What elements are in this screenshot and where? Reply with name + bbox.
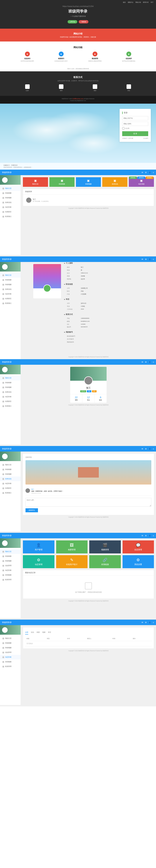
sidebar-item[interactable]: 联系管理 bbox=[0, 578, 21, 582]
sidebar-item[interactable]: 发表说说 bbox=[0, 390, 21, 395]
top-icon[interactable]: ⎋ bbox=[153, 535, 154, 536]
quick-button[interactable]: 发表动态 bbox=[129, 177, 137, 179]
action-badge[interactable]: 资料 bbox=[92, 390, 96, 392]
sidebar-item[interactable]: 给我留言 bbox=[0, 296, 21, 301]
login-button[interactable]: 登 录 bbox=[122, 131, 148, 136]
sidebar-item[interactable]: 发表说说 bbox=[0, 200, 21, 205]
top-icon[interactable]: ⚙ bbox=[145, 621, 147, 623]
admin-tile[interactable]: ⚙动态管理 bbox=[23, 555, 54, 568]
top-icon[interactable]: ⎋ bbox=[153, 448, 154, 450]
comment-avatar[interactable] bbox=[26, 488, 30, 493]
nav-tile[interactable]: ▣我的主页 bbox=[23, 177, 48, 187]
top-icon[interactable]: ⚙ bbox=[145, 448, 147, 450]
sidebar-item[interactable]: 友情链接 bbox=[0, 573, 21, 578]
nav-tile[interactable]: ▣班级相册 bbox=[49, 177, 75, 187]
top-icon[interactable]: ⚙ bbox=[145, 361, 147, 363]
nav-link[interactable]: 联系方式 bbox=[143, 1, 149, 3]
sidebar-item[interactable]: 我的主页 bbox=[0, 549, 21, 554]
top-icon[interactable]: ⎋ bbox=[153, 361, 154, 363]
sidebar-item[interactable]: 我的主页 bbox=[0, 636, 21, 641]
sidebar-item[interactable]: 给我留言 bbox=[0, 486, 21, 491]
quick-button[interactable]: 发表说说 bbox=[138, 177, 145, 179]
sidebar-item[interactable]: 联系我们 bbox=[0, 404, 21, 408]
nav-tile[interactable]: ▣发表说说 bbox=[102, 177, 127, 187]
start-button[interactable]: 立即开始 bbox=[68, 20, 77, 24]
sidebar-item[interactable]: 班级相册 bbox=[0, 278, 21, 282]
sidebar-item[interactable]: 班级视频 bbox=[0, 559, 21, 563]
sidebar-item[interactable]: 联系我们 bbox=[0, 214, 21, 219]
sidebar-item[interactable]: 发表说说 bbox=[0, 476, 21, 481]
sidebar-item[interactable]: 班级视频 bbox=[0, 646, 21, 650]
sidebar-item[interactable]: 说说管理 bbox=[0, 650, 21, 655]
top-icon[interactable]: ✉ bbox=[142, 535, 143, 536]
nav-link[interactable]: 首页 bbox=[123, 1, 126, 3]
profile-avatar[interactable] bbox=[43, 284, 51, 292]
sidebar-item[interactable]: 动态列表 bbox=[0, 292, 21, 296]
sidebar-item[interactable]: 动态列表 bbox=[0, 205, 21, 210]
sidebar-item[interactable]: 班级相册 bbox=[0, 380, 21, 385]
contact-item[interactable]: QQ群 bbox=[11, 84, 43, 92]
learn-button[interactable]: 了解更多 bbox=[79, 20, 88, 24]
submit-button[interactable]: 发表评论 bbox=[26, 508, 38, 512]
sidebar-item[interactable]: 班级相册 bbox=[0, 554, 21, 559]
sidebar-item[interactable]: 班级相册 bbox=[0, 191, 21, 195]
admin-tile[interactable]: 👤用户管理 bbox=[23, 540, 54, 553]
sidebar-item[interactable]: 班级视频 bbox=[0, 472, 21, 476]
contact-item[interactable]: 微博 bbox=[45, 84, 77, 92]
stat-item[interactable]: 12关注 bbox=[82, 394, 94, 403]
password-input[interactable] bbox=[122, 122, 148, 126]
admin-tile[interactable]: 💬说说管理 bbox=[122, 540, 154, 553]
sidebar-item[interactable]: 我的主页 bbox=[0, 462, 21, 467]
contact-item[interactable]: 邮箱 bbox=[113, 84, 145, 92]
filter-tab[interactable]: 相册 bbox=[37, 631, 40, 634]
filter-tab[interactable]: 全部 bbox=[25, 631, 28, 634]
stat-item[interactable]: 6粉丝 bbox=[94, 394, 107, 403]
nav-link[interactable]: 登陆方法 bbox=[128, 1, 133, 3]
top-icon[interactable]: 👤 bbox=[149, 258, 151, 260]
admin-tile[interactable]: 🎬视频管理 bbox=[89, 540, 121, 553]
top-icon[interactable]: 👤 bbox=[149, 361, 151, 363]
sidebar-item[interactable]: 班级视频 bbox=[0, 385, 21, 390]
comment-user[interactable]: 张三 bbox=[31, 488, 63, 490]
sidebar-item[interactable]: 联系管理 bbox=[0, 664, 21, 669]
sidebar-item[interactable]: 我的主页 bbox=[0, 273, 21, 278]
top-icon[interactable]: ⚙ bbox=[145, 535, 147, 536]
top-icon[interactable]: ✉ bbox=[142, 172, 143, 174]
sidebar-item[interactable]: 联系我们 bbox=[0, 491, 21, 495]
forgot-link[interactable]: 忘记密码 bbox=[143, 137, 148, 139]
admin-tile[interactable]: ✎在线用户统计 bbox=[56, 555, 88, 568]
sidebar-item[interactable]: 动态列表 bbox=[0, 655, 21, 659]
action-badge[interactable]: 关注TA bbox=[80, 390, 86, 392]
quick-button[interactable]: 联系我们 bbox=[146, 177, 153, 179]
user-avatar[interactable] bbox=[84, 376, 93, 385]
top-icon[interactable]: 👤 bbox=[149, 621, 151, 623]
nav-link[interactable]: 系统介绍 bbox=[135, 1, 141, 3]
admin-tile[interactable]: 🔗友情链接 bbox=[89, 555, 121, 568]
sidebar-item[interactable]: 动态列表 bbox=[0, 481, 21, 486]
contact-item[interactable]: 微信 bbox=[79, 84, 111, 92]
top-icon[interactable]: ⎋ bbox=[153, 258, 154, 260]
top-icon[interactable]: ⎋ bbox=[153, 172, 154, 174]
action-badge[interactable]: 消息 bbox=[87, 390, 91, 392]
filter-tab[interactable]: 视频 bbox=[42, 631, 45, 634]
sidebar-item[interactable]: 班级相册 bbox=[0, 467, 21, 472]
sidebar-item[interactable]: 我的主页 bbox=[0, 376, 21, 380]
admin-tile[interactable]: ⚙系统设置 bbox=[122, 555, 154, 568]
top-icon[interactable]: ⎋ bbox=[153, 621, 154, 623]
avatar[interactable] bbox=[2, 177, 8, 183]
sidebar-item[interactable]: 班级视频 bbox=[0, 282, 21, 287]
sidebar-item[interactable]: 班级视频 bbox=[0, 195, 21, 200]
top-icon[interactable]: ⚙ bbox=[145, 258, 147, 260]
sidebar-item[interactable]: 友情链接 bbox=[0, 659, 21, 664]
reply-textarea[interactable] bbox=[26, 498, 151, 506]
sidebar-item[interactable]: 我的主页 bbox=[0, 186, 21, 191]
register-link[interactable]: 没有账号？立即注册 bbox=[122, 137, 133, 139]
filter-tab[interactable]: 说说 bbox=[31, 631, 34, 634]
sidebar-item[interactable]: 联系我们 bbox=[0, 301, 21, 306]
admin-tile[interactable]: 🖼相册管理 bbox=[56, 540, 88, 553]
sidebar-item[interactable]: 发表说说 bbox=[0, 287, 21, 292]
top-icon[interactable]: 👤 bbox=[149, 535, 151, 536]
top-icon[interactable]: ✉ bbox=[142, 361, 143, 363]
sidebar-item[interactable]: 给我留言 bbox=[0, 210, 21, 214]
top-icon[interactable]: 👤 bbox=[149, 172, 151, 174]
